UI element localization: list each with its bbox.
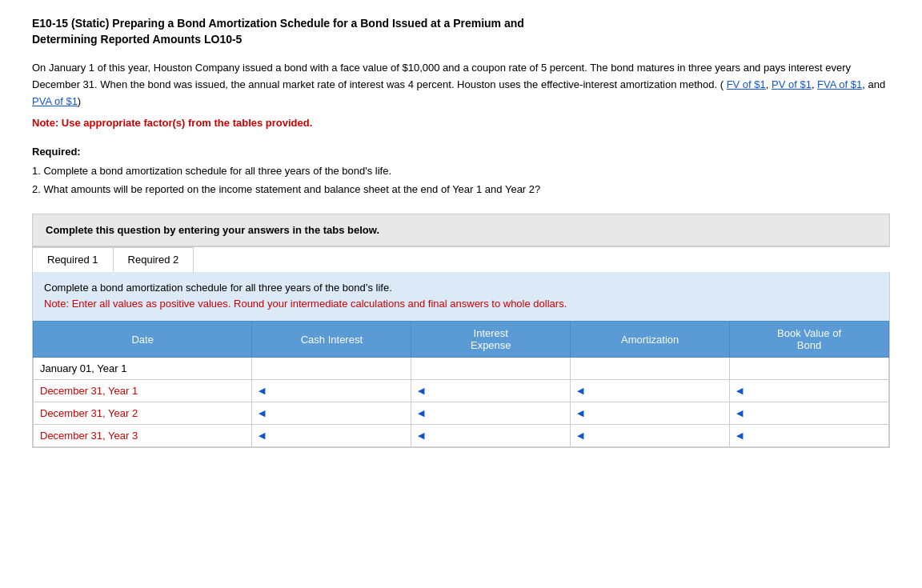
- instruction-box: Complete this question by entering your …: [32, 214, 890, 246]
- date-cell-dec31-y2: December 31, Year 2: [34, 402, 252, 425]
- required-section: Required: 1. Complete a bond amortizatio…: [32, 142, 890, 198]
- cash-interest-jan1[interactable]: [252, 358, 411, 380]
- fva-link[interactable]: FVA of $1: [817, 78, 862, 90]
- book-value-dec31-y2[interactable]: ◀: [730, 402, 889, 425]
- amortization-jan1[interactable]: [571, 358, 730, 380]
- date-cell-dec31-y1: December 31, Year 1: [34, 380, 252, 402]
- table-row: December 31, Year 3 ◀ ◀ ◀: [34, 425, 889, 447]
- cash-interest-dec31-y2-input[interactable]: [268, 407, 403, 419]
- book-value-dec31-y1-input[interactable]: [746, 385, 880, 397]
- col-cash-interest: Cash Interest: [252, 322, 411, 358]
- interest-expense-dec31-y2-input[interactable]: [427, 407, 562, 419]
- amortization-dec31-y3[interactable]: ◀: [571, 425, 730, 447]
- interest-expense-dec31-y1-input[interactable]: [427, 385, 562, 397]
- problem-text: On January 1 of this year, Houston Compa…: [32, 60, 890, 110]
- date-cell-dec31-y3: December 31, Year 3: [34, 425, 252, 447]
- cash-interest-jan1-input[interactable]: [259, 362, 393, 374]
- arrow-icon: ◀: [577, 386, 583, 396]
- interest-expense-dec31-y1[interactable]: ◀: [411, 380, 571, 402]
- book-value-dec31-y2-input[interactable]: [746, 407, 880, 419]
- cash-interest-dec31-y1-input[interactable]: [268, 385, 403, 397]
- requirement-2: 2. What amounts will be reported on the …: [32, 183, 540, 195]
- arrow-icon: ◀: [736, 430, 743, 441]
- interest-expense-dec31-y2[interactable]: ◀: [411, 402, 571, 425]
- interest-expense-jan1-input[interactable]: [418, 362, 552, 374]
- tabs-header: Required 1 Required 2: [32, 246, 890, 272]
- amortization-table: Date Cash Interest InterestExpense Amort…: [33, 321, 889, 447]
- arrow-icon: ◀: [259, 408, 265, 418]
- amortization-dec31-y1-input[interactable]: [587, 385, 721, 397]
- book-value-jan1[interactable]: [730, 358, 889, 380]
- arrow-icon: ◀: [577, 430, 583, 441]
- arrow-icon: ◀: [418, 408, 424, 418]
- amortization-dec31-y1[interactable]: ◀: [571, 380, 730, 402]
- col-interest-expense: InterestExpense: [411, 322, 571, 358]
- book-value-dec31-y1[interactable]: ◀: [730, 380, 889, 402]
- col-book-value: Book Value ofBond: [730, 322, 889, 358]
- tab-required-2[interactable]: Required 2: [113, 247, 194, 272]
- pva-link[interactable]: PVA of $1: [32, 95, 78, 107]
- arrow-icon: ◀: [736, 408, 743, 418]
- arrow-icon: ◀: [418, 386, 424, 396]
- arrow-icon: ◀: [259, 386, 265, 396]
- fv-link[interactable]: FV of $1: [727, 78, 766, 90]
- cash-interest-dec31-y2[interactable]: ◀: [252, 402, 411, 425]
- interest-expense-dec31-y3-input[interactable]: [427, 430, 562, 442]
- arrow-icon: ◀: [259, 430, 265, 441]
- col-date: Date: [34, 322, 252, 358]
- table-row: December 31, Year 2 ◀ ◀ ◀: [34, 402, 889, 425]
- amortization-jan1-input[interactable]: [577, 362, 712, 374]
- date-cell-jan1: January 01, Year 1: [34, 358, 252, 380]
- cash-interest-dec31-y3-input[interactable]: [268, 430, 403, 442]
- arrow-icon: ◀: [577, 408, 583, 418]
- amortization-dec31-y2-input[interactable]: [587, 407, 721, 419]
- tab-note: Note: Enter all values as positive value…: [44, 298, 567, 310]
- arrow-icon: ◀: [418, 430, 424, 441]
- tab-content: Complete a bond amortization schedule fo…: [32, 272, 890, 449]
- book-value-dec31-y3[interactable]: ◀: [730, 425, 889, 447]
- interest-expense-dec31-y3[interactable]: ◀: [411, 425, 571, 447]
- pv-link[interactable]: PV of $1: [772, 78, 812, 90]
- table-row: December 31, Year 1 ◀ ◀ ◀: [34, 380, 889, 402]
- page-title: E10-15 (Static) Preparing a Bond Amortiz…: [32, 16, 890, 47]
- book-value-jan1-input[interactable]: [736, 362, 871, 374]
- requirement-1: 1. Complete a bond amortization schedule…: [32, 165, 391, 177]
- cash-interest-dec31-y3[interactable]: ◀: [252, 425, 411, 447]
- book-value-dec31-y3-input[interactable]: [746, 430, 880, 442]
- interest-expense-jan1[interactable]: [411, 358, 571, 380]
- cash-interest-dec31-y1[interactable]: ◀: [252, 380, 411, 402]
- col-amortization: Amortization: [571, 322, 730, 358]
- table-row: January 01, Year 1: [34, 358, 889, 380]
- note-text: Note: Use appropriate factor(s) from the…: [32, 115, 890, 132]
- tab-required-1[interactable]: Required 1: [32, 247, 114, 272]
- arrow-icon: ◀: [736, 386, 743, 396]
- amortization-dec31-y2[interactable]: ◀: [571, 402, 730, 425]
- amortization-dec31-y3-input[interactable]: [587, 430, 721, 442]
- tab-description: Complete a bond amortization schedule fo…: [33, 272, 889, 322]
